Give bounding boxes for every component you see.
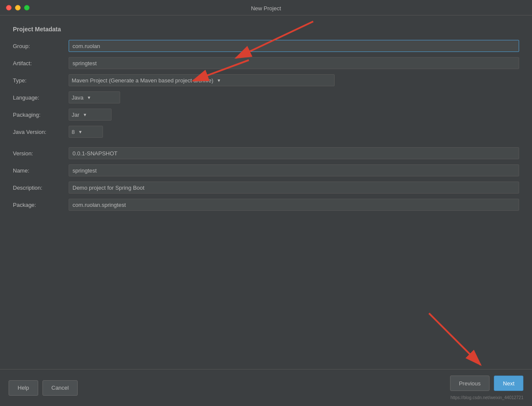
language-select[interactable]: Java ▼ [69,91,120,103]
footer-right: Previous Next https://blog.csdn.net/weix… [450,376,523,400]
java-version-select-text: 8 [72,129,75,135]
traffic-lights [6,5,30,10]
maximize-button[interactable] [24,5,30,10]
packaging-row: Packaging: Jar ▼ [13,108,519,121]
packaging-select-arrow: ▼ [83,112,87,117]
group-row: Group: [13,39,519,52]
url-text: https://blog.csdn.net/weixin_44012721 [450,395,523,400]
footer-left: Help Cancel [9,380,78,396]
dialog-body: Project Metadata Group: Artifact: Type: … [0,15,532,211]
language-label: Language: [13,94,69,101]
group-label: Group: [13,43,69,49]
language-select-arrow: ▼ [87,95,91,100]
type-select-text: Maven Project (Generate a Maven based pr… [72,77,213,84]
description-label: Description: [13,185,69,191]
footer: Help Cancel Previous Next https://blog.c… [0,369,532,406]
java-version-select-arrow: ▼ [78,130,82,134]
package-label: Package: [13,202,69,208]
name-row: Name: [13,164,519,177]
svg-line-5 [429,313,481,365]
version-row: Version: [13,147,519,160]
description-input[interactable] [69,182,519,194]
help-button[interactable]: Help [9,380,38,396]
type-label: Type: [13,77,69,84]
annotation-arrow-3 [408,309,506,378]
type-select-arrow: ▼ [217,78,221,83]
type-select[interactable]: Maven Project (Generate a Maven based pr… [69,74,335,86]
artifact-label: Artifact: [13,60,69,67]
close-button[interactable] [6,5,12,10]
java-version-row: Java Version: 8 ▼ [13,125,519,138]
packaging-label: Packaging: [13,112,69,118]
package-row: Package: [13,198,519,211]
version-input[interactable] [69,147,519,159]
footer-action-buttons: Previous Next [450,376,523,391]
package-input[interactable] [69,199,519,211]
java-version-label: Java Version: [13,129,69,135]
title-bar: New Project [0,0,532,15]
language-select-text: Java [72,94,83,101]
artifact-input[interactable] [69,57,519,69]
minimize-button[interactable] [15,5,21,10]
version-label: Version: [13,150,69,157]
packaging-select-text: Jar [72,112,79,118]
artifact-row: Artifact: [13,57,519,70]
java-version-select[interactable]: 8 ▼ [69,126,103,138]
description-row: Description: [13,181,519,194]
name-label: Name: [13,167,69,174]
name-input[interactable] [69,164,519,176]
cancel-button[interactable]: Cancel [42,380,78,396]
type-row: Type: Maven Project (Generate a Maven ba… [13,74,519,87]
packaging-select[interactable]: Jar ▼ [69,109,112,121]
next-button[interactable]: Next [494,376,523,391]
language-row: Language: Java ▼ [13,91,519,104]
previous-button[interactable]: Previous [450,376,490,391]
group-input[interactable] [69,40,519,52]
section-title: Project Metadata [13,26,519,33]
window-title: New Project [251,5,281,12]
